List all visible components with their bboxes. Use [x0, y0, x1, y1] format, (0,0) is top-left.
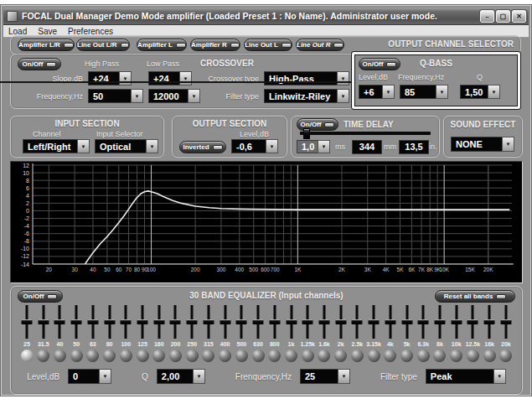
crossover-type-select[interactable]: High-Pass▼ — [264, 71, 349, 86]
chevron-down-icon[interactable]: ▼ — [146, 139, 158, 153]
eq-band-slider[interactable] — [135, 303, 150, 340]
output-level-select[interactable]: -0,6▼ — [231, 139, 278, 153]
eq-slider-handle[interactable] — [153, 319, 164, 324]
eq-slider-handle[interactable] — [484, 319, 495, 324]
eq-band-slider[interactable] — [184, 303, 199, 340]
qbass-q-select[interactable]: 1,50▼ — [460, 85, 500, 99]
eq-band-select-button[interactable] — [103, 350, 116, 362]
eq-band-select-button[interactable] — [467, 350, 479, 362]
eq-band-slider[interactable] — [300, 303, 315, 340]
eq-band-slider[interactable] — [234, 303, 249, 340]
eq-band-slider[interactable] — [168, 303, 183, 340]
eq-band-slider[interactable] — [366, 303, 381, 340]
eq-slider-handle[interactable] — [253, 319, 264, 324]
slope-lowpass-select[interactable]: +24▼ — [148, 71, 192, 86]
eq-band-select-button[interactable] — [285, 350, 297, 362]
slope-highpass-select[interactable]: +24▼ — [88, 71, 132, 86]
chevron-down-icon[interactable]: ▼ — [131, 89, 143, 103]
menu-preferences[interactable]: Preferences — [68, 27, 113, 36]
eq-slider-handle[interactable] — [187, 319, 198, 324]
eq-slider-handle[interactable] — [71, 319, 82, 324]
time-delay-slider-handle[interactable] — [303, 128, 310, 139]
minimize-button[interactable]: – — [480, 10, 494, 23]
chevron-down-icon[interactable]: ▼ — [179, 71, 192, 86]
eq-slider-handle[interactable] — [121, 319, 132, 324]
eq-band-slider[interactable] — [317, 303, 332, 340]
frequency-highpass-select[interactable]: 50▼ — [88, 89, 143, 103]
eq-band-select-button[interactable] — [137, 350, 149, 362]
inverted-button[interactable]: Inverted — [179, 141, 226, 153]
eq-band-select-button[interactable] — [268, 350, 281, 362]
chevron-down-icon[interactable]: ▼ — [502, 137, 514, 152]
eq-band-select-button[interactable] — [169, 350, 182, 362]
channel-select[interactable]: Left/Right▼ — [23, 139, 90, 153]
channel-button-lineout-r[interactable]: Line Out R — [296, 39, 344, 51]
eq-slider-handle[interactable] — [500, 319, 511, 324]
eq-slider-handle[interactable] — [335, 319, 346, 324]
eq-band-slider[interactable] — [449, 303, 464, 340]
eq-filter-type-select[interactable]: Peak▼ — [426, 369, 506, 384]
eq-band-slider[interactable] — [498, 303, 514, 340]
eq-band-slider[interactable] — [482, 303, 497, 340]
chevron-down-icon[interactable]: ▼ — [77, 139, 90, 153]
eq-slider-handle[interactable] — [269, 319, 280, 324]
eq-band-select-button[interactable] — [400, 350, 413, 362]
eq-band-slider[interactable] — [267, 303, 282, 340]
eq-band-slider[interactable] — [201, 303, 216, 340]
eq-band-slider[interactable] — [69, 303, 84, 340]
qbass-level-select[interactable]: +6▼ — [359, 85, 395, 99]
eq-band-slider[interactable] — [52, 303, 67, 340]
eq-band-select-button[interactable] — [186, 350, 199, 362]
eq-slider-handle[interactable] — [451, 319, 462, 324]
chevron-down-icon[interactable]: ▼ — [436, 85, 448, 99]
eq-band-slider[interactable] — [19, 303, 34, 340]
eq-band-slider[interactable] — [465, 303, 480, 340]
qbass-frequency-select[interactable]: 85▼ — [400, 85, 448, 99]
channel-button-amplifier-l[interactable]: Amplifier L — [137, 39, 187, 51]
chevron-down-icon[interactable]: ▼ — [337, 89, 349, 103]
chevron-down-icon[interactable]: ▼ — [382, 85, 395, 99]
eq-band-slider[interactable] — [400, 303, 415, 340]
eq-slider-handle[interactable] — [38, 319, 49, 324]
eq-slider-handle[interactable] — [467, 319, 478, 324]
qbass-onoff-button[interactable]: On/Off — [359, 58, 400, 70]
sound-effect-select[interactable]: NONE▼ — [451, 137, 514, 152]
eq-band-select-button[interactable] — [252, 350, 265, 362]
chevron-down-icon[interactable]: ▼ — [493, 369, 506, 384]
eq-band-select-button[interactable] — [219, 350, 231, 362]
eq-band-select-button[interactable] — [37, 350, 49, 362]
eq-slider-handle[interactable] — [352, 319, 363, 324]
eq-band-select-button[interactable] — [417, 350, 430, 362]
eq-band-slider[interactable] — [284, 303, 299, 340]
eq-slider-handle[interactable] — [170, 319, 181, 324]
eq-band-slider[interactable] — [102, 303, 117, 340]
eq-band-select-button[interactable] — [334, 350, 347, 362]
eq-band-select-button[interactable] — [21, 350, 34, 362]
eq-band-slider[interactable] — [152, 303, 167, 340]
menu-load[interactable]: Load — [8, 27, 27, 36]
eq-slider-handle[interactable] — [87, 319, 98, 324]
chevron-down-icon[interactable]: ▼ — [193, 369, 205, 384]
eq-slider-handle[interactable] — [418, 319, 429, 324]
time-delay-ms-select[interactable]: 1,0▼ — [297, 140, 330, 153]
eq-slider-handle[interactable] — [401, 319, 412, 324]
eq-band-select-button[interactable] — [86, 350, 99, 362]
eq-band-select-button[interactable] — [152, 350, 165, 362]
chevron-down-icon[interactable]: ▼ — [99, 369, 111, 384]
eq-band-slider[interactable] — [432, 303, 447, 340]
eq-band-slider[interactable] — [333, 303, 349, 340]
menu-save[interactable]: Save — [38, 27, 57, 36]
chevron-down-icon[interactable]: ▼ — [338, 369, 350, 384]
eq-slider-handle[interactable] — [434, 319, 445, 324]
chevron-down-icon[interactable]: ▼ — [488, 85, 500, 99]
eq-slider-handle[interactable] — [369, 319, 380, 324]
eq-band-select-button[interactable] — [433, 350, 446, 362]
eq-slider-handle[interactable] — [104, 319, 115, 324]
eq-frequency-select[interactable]: 25▼ — [300, 369, 350, 384]
eq-q-select[interactable]: 2,00▼ — [157, 369, 205, 384]
eq-band-select-button[interactable] — [368, 350, 380, 362]
channel-button-lineout-l[interactable]: Line Out L — [244, 39, 292, 51]
eq-slider-handle[interactable] — [203, 319, 214, 324]
close-button[interactable]: ✕ — [512, 10, 526, 23]
chevron-down-icon[interactable]: ▼ — [318, 140, 330, 153]
